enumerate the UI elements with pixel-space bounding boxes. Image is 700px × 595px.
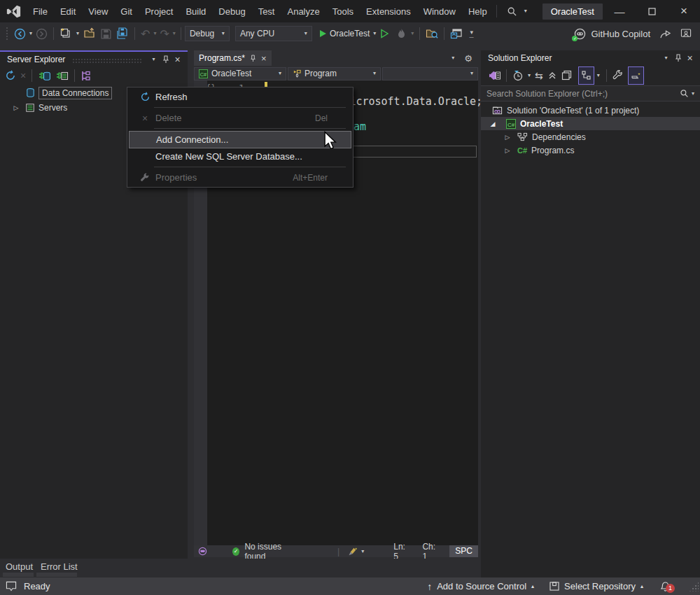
start-debug-caret[interactable]: ▾ bbox=[373, 31, 376, 36]
file-nesting-caret[interactable]: ▾ bbox=[597, 73, 600, 78]
feedback-icon[interactable] bbox=[6, 581, 17, 592]
add-to-source-control-button[interactable]: Add to Source Control bbox=[437, 581, 526, 592]
close-button[interactable]: × bbox=[668, 0, 700, 22]
editor-options-gear-icon[interactable]: ⚙ bbox=[464, 53, 472, 64]
repository-caret[interactable]: ▴ bbox=[640, 584, 643, 589]
stop-refresh-icon[interactable]: × bbox=[18, 67, 28, 84]
menu-item-properties[interactable]: Properties Alt+Enter bbox=[129, 169, 351, 186]
code-cleanup-icon[interactable] bbox=[348, 547, 358, 556]
menu-tools[interactable]: Tools bbox=[326, 6, 360, 17]
menu-git[interactable]: Git bbox=[114, 6, 139, 17]
expander-expanded-icon[interactable]: ◢ bbox=[481, 120, 496, 127]
properties-pages-button[interactable] bbox=[559, 67, 574, 84]
server-explorer-title-bar[interactable]: Server Explorer ▾ × bbox=[0, 52, 188, 66]
filter-caret[interactable]: ▾ bbox=[528, 73, 531, 78]
menu-project[interactable]: Project bbox=[139, 6, 179, 17]
tree-node-label[interactable]: Program.cs bbox=[531, 146, 574, 155]
expander-collapsed-icon[interactable]: ▷ bbox=[13, 104, 20, 111]
close-panel-icon[interactable]: × bbox=[684, 52, 696, 64]
open-file-button[interactable] bbox=[81, 25, 98, 42]
search-icon[interactable] bbox=[507, 6, 517, 17]
menu-analyze[interactable]: Analyze bbox=[281, 6, 326, 17]
menu-view[interactable]: View bbox=[82, 6, 114, 17]
properties-wrench-button[interactable] bbox=[610, 67, 625, 84]
menu-debug[interactable]: Debug bbox=[212, 6, 251, 17]
hot-reload-caret[interactable]: ▾ bbox=[411, 31, 414, 36]
menu-extensions[interactable]: Extensions bbox=[360, 6, 417, 17]
navigate-back-button[interactable] bbox=[12, 25, 28, 42]
resize-grip[interactable] bbox=[689, 582, 699, 592]
switch-views-button[interactable] bbox=[486, 67, 503, 84]
search-icon[interactable] bbox=[680, 89, 689, 98]
maximize-button[interactable] bbox=[636, 0, 668, 22]
copilot-badge-icon[interactable] bbox=[198, 547, 207, 556]
search-options-caret[interactable]: ▾ bbox=[692, 91, 694, 97]
pin-icon[interactable] bbox=[160, 54, 172, 65]
search-dropdown-caret[interactable]: ▾ bbox=[524, 8, 527, 14]
tab-error-list[interactable]: Error List bbox=[41, 561, 78, 572]
sql-object-explorer-button[interactable] bbox=[78, 67, 94, 84]
menu-build[interactable]: Build bbox=[179, 6, 212, 17]
pending-changes-filter-button[interactable] bbox=[510, 67, 526, 84]
redo-caret[interactable]: ▾ bbox=[173, 31, 176, 36]
minimize-button[interactable]: — bbox=[603, 0, 636, 22]
redo-button[interactable]: ↷ bbox=[158, 25, 171, 42]
undo-caret[interactable]: ▾ bbox=[153, 31, 156, 36]
menu-file[interactable]: File bbox=[27, 6, 54, 17]
connect-to-database-button[interactable] bbox=[36, 67, 53, 84]
menu-item-delete[interactable]: × Delete Del bbox=[129, 110, 351, 126]
undo-button[interactable]: ↶ bbox=[139, 25, 152, 42]
select-repository-button[interactable]: Select Repository bbox=[564, 581, 636, 592]
panel-drag-grip[interactable] bbox=[72, 58, 142, 63]
collapse-all-button[interactable] bbox=[545, 67, 559, 84]
tab-output[interactable]: Output bbox=[6, 561, 33, 572]
refresh-button[interactable] bbox=[3, 67, 18, 84]
breadcrumb-member-dropdown[interactable]: ▾ bbox=[382, 67, 478, 80]
sync-with-active-document-button[interactable]: ⇆ bbox=[533, 67, 545, 84]
connect-to-server-button[interactable] bbox=[53, 67, 71, 84]
window-position-caret[interactable]: ▾ bbox=[660, 52, 672, 64]
source-control-caret[interactable]: ▴ bbox=[531, 584, 534, 589]
solution-explorer-home-button[interactable] bbox=[448, 25, 465, 42]
breadcrumb-type-dropdown[interactable]: Program ▾ bbox=[288, 67, 381, 80]
pin-icon[interactable] bbox=[672, 52, 684, 64]
tree-node-project-oracletest[interactable]: ◢ C# OracleTest bbox=[481, 117, 700, 130]
copilot-label[interactable]: GitHub Copilot bbox=[591, 29, 650, 39]
hot-reload-button[interactable] bbox=[394, 25, 409, 42]
toolbar-grip[interactable] bbox=[6, 27, 9, 41]
notifications-bell-icon[interactable]: 1 bbox=[660, 581, 671, 592]
menu-item-create-sql-database[interactable]: Create New SQL Server Database... bbox=[129, 148, 351, 164]
solution-explorer-title-bar[interactable]: Solution Explorer ▾ × bbox=[481, 50, 700, 65]
save-button[interactable] bbox=[98, 25, 114, 42]
feedback-person-icon[interactable] bbox=[680, 29, 692, 39]
tab-pin-icon[interactable] bbox=[250, 55, 256, 62]
menu-item-add-connection[interactable]: Add Connection... bbox=[129, 131, 351, 148]
tab-close-icon[interactable]: × bbox=[261, 53, 267, 64]
tab-list-caret[interactable]: ▾ bbox=[451, 55, 454, 61]
file-nesting-toggle[interactable] bbox=[578, 66, 594, 85]
menu-help[interactable]: Help bbox=[462, 6, 493, 17]
tree-node-label[interactable]: Dependencies bbox=[532, 132, 586, 142]
tree-node-label[interactable]: Servers bbox=[38, 103, 67, 113]
tree-node-label[interactable]: OracleTest bbox=[520, 119, 563, 129]
save-all-button[interactable] bbox=[114, 25, 131, 42]
menu-edit[interactable]: Edit bbox=[54, 6, 82, 17]
configuration-combo[interactable]: Debug▾ bbox=[185, 26, 230, 41]
tree-node-program-cs[interactable]: ▷ C# Program.cs bbox=[481, 144, 700, 157]
expander-collapsed-icon[interactable]: ▷ bbox=[481, 147, 511, 154]
menu-item-refresh[interactable]: Refresh bbox=[129, 89, 351, 105]
menu-test[interactable]: Test bbox=[252, 6, 281, 17]
tree-node-dependencies[interactable]: ▷ Dependencies bbox=[481, 130, 700, 144]
expander-collapsed-icon[interactable]: ▷ bbox=[481, 134, 511, 141]
menu-window[interactable]: Window bbox=[417, 6, 462, 17]
new-project-button[interactable] bbox=[57, 25, 74, 42]
navigate-back-caret[interactable]: ▾ bbox=[29, 31, 32, 36]
toolbar-overflow-button[interactable]: ▾＿ bbox=[468, 31, 475, 37]
space-mode-indicator[interactable]: SPC bbox=[449, 545, 478, 557]
start-without-debug-button[interactable] bbox=[378, 25, 391, 42]
solution-search-box[interactable]: Search Solution Explorer (Ctrl+;) ▾ bbox=[481, 85, 700, 102]
close-panel-icon[interactable]: × bbox=[172, 54, 183, 65]
tree-node-label[interactable]: Solution 'OracleTest' (1 of 1 project) bbox=[507, 106, 639, 115]
platform-combo[interactable]: Any CPU▾ bbox=[235, 26, 312, 41]
start-debug-button[interactable]: OracleTest ▾ bbox=[318, 25, 378, 42]
